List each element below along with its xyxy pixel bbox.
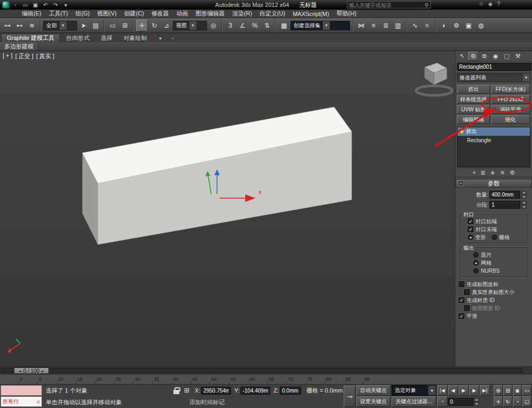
segments-field[interactable] bbox=[489, 201, 520, 209]
menu-graph-editors[interactable]: 图形编辑器 bbox=[192, 10, 229, 18]
mirror-icon[interactable]: ⋈ bbox=[355, 20, 367, 31]
modifier-btn-turbosmooth[interactable]: 涡轮平滑 bbox=[491, 105, 530, 114]
play-icon[interactable]: ▶ bbox=[459, 385, 469, 396]
menu-maxscript[interactable]: MAXScript(M) bbox=[289, 11, 332, 17]
viewport[interactable]: [ + ] [ 正交 ] [ 真实 ] x bbox=[0, 51, 455, 366]
current-frame-field[interactable] bbox=[448, 398, 473, 406]
add-time-tag[interactable]: 添加时间标记 bbox=[189, 398, 225, 406]
graphite-ribbon-toggle-icon[interactable]: ▥ bbox=[392, 20, 404, 31]
selection-filter-dropdown[interactable]: 全部 ▼ bbox=[43, 21, 77, 30]
amount-spinner[interactable]: ▲ ▼ bbox=[521, 191, 527, 199]
frame-spinner[interactable]: ▲ ▼ bbox=[474, 398, 479, 406]
y-coordinate-field[interactable] bbox=[240, 387, 270, 395]
ribbon-minimize-icon[interactable]: ▾ bbox=[156, 35, 164, 42]
pin-stack-icon[interactable]: ⌖ bbox=[472, 169, 476, 176]
ribbon-panel-polymodeling[interactable]: 多边形建模 bbox=[0, 42, 38, 51]
angle-snap-icon[interactable]: ∠ bbox=[237, 20, 248, 31]
stack-item-rectangle[interactable]: Rectangle bbox=[458, 136, 530, 144]
menu-create[interactable]: 创建(C) bbox=[120, 10, 147, 18]
modifier-btn-ffd-box[interactable]: FFD(长方体) bbox=[491, 85, 530, 94]
selection-lock-icon[interactable] bbox=[173, 387, 179, 394]
viewport-menu-general[interactable]: [ + ] bbox=[3, 52, 13, 60]
maxscript-mini-listener[interactable]: 所有行 < bbox=[1, 396, 42, 407]
make-unique-icon[interactable]: ∗ bbox=[491, 169, 495, 176]
collapse-rollout-icon[interactable]: − bbox=[458, 181, 464, 186]
ribbon-tab-freeform[interactable]: 自由形式 bbox=[61, 34, 95, 42]
use-shape-id-checkbox[interactable] bbox=[464, 305, 470, 311]
time-slider-track[interactable] bbox=[1, 368, 522, 373]
spinner-up-icon[interactable]: ▲ bbox=[521, 201, 527, 205]
show-end-result-icon[interactable]: ≣ bbox=[480, 169, 485, 176]
nurbs-radio[interactable] bbox=[473, 268, 479, 274]
menu-help[interactable]: 帮助(H) bbox=[333, 10, 360, 18]
smooth-checkbox[interactable]: ✓ bbox=[459, 313, 464, 319]
unlink-selection-icon[interactable]: ⊷ bbox=[14, 20, 26, 31]
patch-radio[interactable] bbox=[473, 252, 479, 258]
modify-tab-icon[interactable]: ⚙ bbox=[468, 52, 478, 61]
select-by-name-icon[interactable]: ▤ bbox=[90, 20, 102, 31]
percent-snap-icon[interactable]: % bbox=[249, 20, 261, 31]
select-object-icon[interactable]: ➤ bbox=[78, 20, 89, 31]
modifier-onoff-bulb-icon[interactable] bbox=[460, 129, 464, 134]
render-setup-icon[interactable]: ⚙ bbox=[451, 20, 462, 31]
window-crossing-icon[interactable]: ⊞ bbox=[119, 20, 131, 31]
go-to-start-icon[interactable]: |◀ bbox=[437, 385, 447, 396]
selected-objects-dropdown[interactable]: 选定对象 ▼ bbox=[392, 385, 436, 396]
save-icon[interactable]: ▣ bbox=[31, 1, 40, 9]
edit-named-selection-icon[interactable]: ▦ bbox=[278, 20, 290, 31]
configure-modifier-sets-icon[interactable]: ⚙ bbox=[510, 169, 515, 176]
utilities-tab-icon[interactable]: ⚒ bbox=[513, 52, 523, 61]
spinner-down-icon[interactable]: ▼ bbox=[521, 195, 527, 199]
rectangular-region-icon[interactable]: ▭ bbox=[107, 20, 119, 31]
viewport-menu-shading[interactable]: [ 真实 ] bbox=[36, 52, 54, 60]
hierarchy-tab-icon[interactable]: ⧉ bbox=[479, 52, 489, 61]
material-editor-icon[interactable]: ◐ bbox=[438, 20, 450, 31]
parameters-rollout-header[interactable]: − 参数 bbox=[455, 179, 532, 187]
align-icon[interactable]: ≡ bbox=[368, 20, 379, 31]
offset-mode-icon[interactable]: ⊞ bbox=[182, 386, 192, 395]
redo-icon[interactable]: ↷ bbox=[51, 1, 60, 9]
zoom-region-icon[interactable]: ▭ bbox=[522, 385, 531, 396]
slider-next-icon[interactable]: ▶ bbox=[41, 369, 44, 373]
menu-tools[interactable]: 工具(T) bbox=[45, 10, 72, 18]
spinner-up-icon[interactable]: ▲ bbox=[521, 191, 527, 194]
time-configuration-icon[interactable]: ◔ bbox=[437, 396, 447, 407]
modifier-btn-uvw-map[interactable]: UVW 贴图 bbox=[457, 105, 490, 114]
select-scale-icon[interactable]: ⊿ bbox=[161, 20, 172, 31]
grid-radio[interactable] bbox=[492, 234, 497, 240]
ribbon-panel-icon[interactable]: ▫ bbox=[168, 35, 177, 42]
select-rotate-icon[interactable]: ↻ bbox=[148, 20, 160, 31]
viewport-menu-pov[interactable]: [ 正交 ] bbox=[15, 52, 34, 60]
mesh-radio[interactable]: ● bbox=[473, 260, 479, 266]
slider-prev-icon[interactable]: ◀ bbox=[19, 369, 21, 373]
viewcube[interactable] bbox=[416, 63, 452, 95]
snaps-toggle-icon[interactable]: 3 bbox=[225, 20, 236, 31]
spinner-up-icon[interactable]: ▲ bbox=[474, 398, 479, 402]
spinner-down-icon[interactable]: ▼ bbox=[521, 205, 527, 209]
remove-modifier-icon[interactable]: ✕ bbox=[500, 169, 505, 176]
auto-key-button[interactable]: 自动关键点 bbox=[356, 385, 390, 396]
search-input[interactable] bbox=[347, 2, 423, 8]
cap-start-checkbox[interactable]: ✓ bbox=[468, 218, 473, 224]
named-selection-dropdown[interactable]: 创建选择集 ▼ bbox=[290, 21, 350, 30]
display-tab-icon[interactable]: ▢ bbox=[502, 52, 512, 61]
curve-editor-icon[interactable]: ∿ bbox=[409, 20, 421, 31]
select-move-icon[interactable]: ✛ bbox=[136, 20, 148, 31]
field-of-view-icon[interactable]: ◔ bbox=[513, 396, 522, 407]
zoom-icon[interactable]: ⊕ bbox=[494, 385, 503, 396]
gen-matid-checkbox[interactable]: ✓ bbox=[459, 297, 464, 303]
create-tab-icon[interactable]: ↖ bbox=[457, 52, 467, 61]
modifier-btn-spline-select[interactable]: 样条线选择 bbox=[457, 95, 490, 104]
z-coordinate-field[interactable] bbox=[280, 387, 301, 395]
reference-coordsys-dropdown[interactable]: 视图 ▼ bbox=[173, 21, 207, 30]
bind-spacewarp-icon[interactable]: ≋ bbox=[26, 20, 38, 31]
menu-edit[interactable]: 编辑(E) bbox=[18, 10, 45, 18]
ribbon-tab-object-paint[interactable]: 对象绘制 bbox=[118, 34, 152, 42]
spinner-down-icon[interactable]: ▼ bbox=[474, 402, 479, 406]
track-bar[interactable]: 0 5 10 15 20 25 30 35 40 45 50 55 60 65 … bbox=[0, 374, 532, 385]
maximize-viewport-icon[interactable]: ◱ bbox=[522, 396, 531, 407]
previous-frame-icon[interactable]: ◀ bbox=[448, 385, 458, 396]
next-frame-icon[interactable]: ▶ bbox=[469, 385, 479, 396]
modifier-list-dropdown[interactable]: 修改器列表 ▼ bbox=[457, 73, 530, 82]
render-production-icon[interactable]: ◍ bbox=[475, 20, 487, 31]
